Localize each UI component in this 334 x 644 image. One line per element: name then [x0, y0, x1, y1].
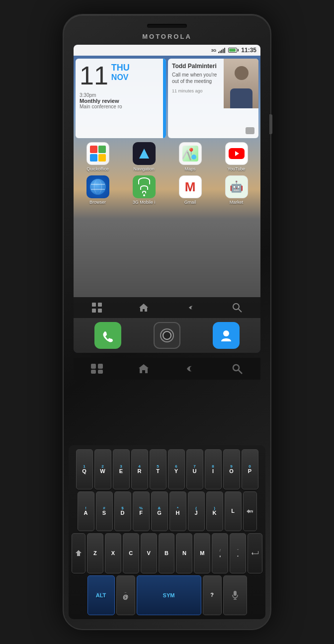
- svg-rect-10: [98, 370, 103, 374]
- status-time: 11:35: [241, 47, 256, 54]
- status-bar: 3G 11:35: [74, 45, 260, 56]
- key-p[interactable]: 0P: [242, 449, 258, 489]
- svg-point-11: [233, 365, 239, 371]
- hw-back-button[interactable]: [178, 362, 203, 376]
- 3gmobile-label: 3G Mobile i: [133, 200, 156, 205]
- key-mic[interactable]: [223, 575, 247, 616]
- calendar-day: 11: [80, 63, 108, 88]
- market-label: Market: [230, 200, 244, 205]
- key-i[interactable]: 8I: [205, 449, 222, 489]
- browser-label: Browser: [89, 200, 106, 205]
- dock-phone[interactable]: [94, 322, 121, 349]
- svg-line-5: [239, 309, 242, 312]
- quickoffice-label: Quickoffice: [86, 166, 108, 171]
- key-row-3: Z X C V B N M /, ".: [72, 533, 262, 573]
- hw-search-button[interactable]: [225, 362, 250, 376]
- contact-photo: [224, 59, 258, 108]
- person-head: [235, 66, 249, 80]
- navigation-label: Navigation: [133, 166, 155, 171]
- menu-button[interactable]: [88, 299, 106, 317]
- key-x[interactable]: X: [105, 533, 121, 573]
- key-row-4: ALT ~@ SYM ?: [72, 575, 262, 616]
- app-dock: [74, 318, 260, 353]
- key-q[interactable]: 1Q: [76, 449, 93, 489]
- key-b[interactable]: B: [159, 533, 175, 573]
- key-t[interactable]: 5T: [150, 449, 167, 489]
- svg-rect-1: [98, 303, 102, 307]
- app-youtube[interactable]: YouTube: [214, 142, 258, 171]
- app-browser[interactable]: Browser: [76, 175, 120, 205]
- screen: 3G 11:35 11: [74, 45, 260, 353]
- key-d[interactable]: $D: [114, 491, 131, 532]
- contact-time-ago: 11 minutes ago: [172, 88, 217, 93]
- key-period[interactable]: ".: [230, 533, 246, 573]
- key-n[interactable]: N: [176, 533, 192, 573]
- camera-lens-icon: [160, 328, 174, 342]
- key-r[interactable]: 4R: [131, 449, 148, 489]
- key-v[interactable]: V: [141, 533, 157, 573]
- back-button[interactable]: [181, 299, 199, 317]
- key-w[interactable]: 2W: [94, 449, 111, 489]
- key-shift[interactable]: [72, 533, 85, 573]
- key-sym[interactable]: SYM: [137, 575, 201, 616]
- svg-line-12: [239, 370, 242, 374]
- maps-label: Maps: [184, 166, 195, 171]
- svg-rect-15: [234, 591, 237, 596]
- svg-rect-8: [98, 364, 103, 369]
- nav-buttons-bar: [74, 297, 260, 318]
- key-k[interactable]: )K: [206, 491, 223, 532]
- contact-avatar: [224, 59, 258, 108]
- event-title: Monthly review: [80, 98, 162, 104]
- key-y[interactable]: 6Y: [168, 449, 185, 489]
- calendar-weekday: THU: [111, 63, 130, 73]
- svg-rect-3: [98, 309, 102, 313]
- home-button[interactable]: [135, 299, 153, 317]
- key-alt[interactable]: ALT: [87, 575, 115, 616]
- key-h[interactable]: *H: [169, 491, 186, 532]
- contact-name: Todd Palminteri: [172, 63, 217, 70]
- navigation-icon: [133, 142, 156, 165]
- key-g[interactable]: &G: [151, 491, 168, 532]
- app-gmail[interactable]: M Gmail: [168, 175, 212, 205]
- key-u[interactable]: 7U: [186, 449, 203, 489]
- dock-contacts[interactable]: [213, 322, 240, 349]
- calendar-month: NOV: [111, 73, 130, 82]
- key-l[interactable]: L: [225, 491, 242, 532]
- calendar-widget[interactable]: 11 THU NOV 3:30pm Monthly review Main co…: [76, 59, 166, 138]
- key-m[interactable]: M: [194, 533, 210, 573]
- youtube-icon: [225, 142, 248, 165]
- hw-menu-button[interactable]: [84, 362, 109, 376]
- speaker-grille: [147, 24, 187, 28]
- hw-home-button[interactable]: [131, 362, 156, 376]
- key-question[interactable]: ?: [203, 575, 222, 616]
- svg-rect-2: [92, 309, 96, 313]
- gmail-icon: M: [179, 175, 202, 198]
- app-navigation[interactable]: Navigation: [122, 142, 166, 171]
- svg-rect-0: [92, 303, 96, 307]
- key-o[interactable]: 9O: [223, 449, 240, 489]
- key-enter[interactable]: [248, 533, 262, 573]
- key-comma[interactable]: /,: [212, 533, 228, 573]
- key-z[interactable]: Z: [87, 533, 103, 573]
- key-c[interactable]: C: [123, 533, 139, 573]
- key-row-2: !A #S $D %F &G *H (J )K L: [72, 491, 262, 532]
- battery-indicator: [228, 48, 237, 53]
- key-j[interactable]: (J: [188, 491, 205, 532]
- key-f[interactable]: %F: [133, 491, 150, 532]
- search-button[interactable]: [228, 299, 246, 317]
- app-3gmobile[interactable]: 3G Mobile i: [122, 175, 166, 205]
- person-body: [230, 88, 252, 108]
- key-e[interactable]: 3E: [113, 449, 130, 489]
- key-backspace[interactable]: [243, 491, 257, 532]
- svg-point-6: [223, 330, 229, 336]
- app-market[interactable]: 🤖 Market: [214, 175, 258, 205]
- app-quickoffice[interactable]: Quickoffice: [76, 142, 120, 171]
- key-a[interactable]: !A: [78, 491, 94, 532]
- app-maps[interactable]: 📍 Maps: [168, 142, 212, 171]
- side-volume-button[interactable]: [269, 114, 272, 134]
- contact-widget[interactable]: Todd Palminteri Call me when you're out …: [168, 59, 258, 138]
- calendar-accent-bar: [163, 59, 166, 138]
- dock-camera[interactable]: [154, 322, 180, 349]
- key-at[interactable]: ~@: [116, 575, 135, 616]
- key-s[interactable]: #S: [96, 491, 113, 532]
